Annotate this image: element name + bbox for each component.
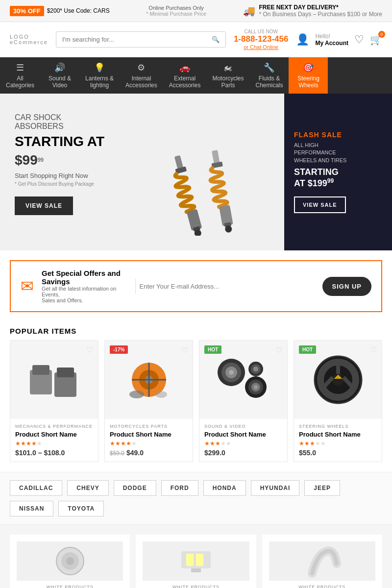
bottom-card[interactable]: WHITE PRODUCTS Product Short N [262,535,382,588]
search-bar[interactable]: 🔍 [56,31,226,48]
product-card[interactable]: ♡ MECHANICS & PERFORMANCE Product Short … [10,340,98,462]
brand-honda[interactable]: HONDA [203,480,246,496]
brands-section: CADILLAC CHEVY DODGE FORD HONDA HYUNDAI … [0,472,392,525]
product-category: MECHANICS & PERFORMANCE [15,424,93,429]
product-name: Product Short Name [299,431,377,438]
brands-grid: CADILLAC CHEVY DODGE FORD HONDA HYUNDAI … [10,480,382,516]
hero-view-sale-button[interactable]: VIEW SALE [15,196,73,215]
hero-right: FLASH SALE ALL HIGHPERFORMANCEWHEELS AND… [284,94,392,250]
nav-lanterns[interactable]: 💡 Lanterns &lighting [79,57,120,94]
car-icon: 🚗 [179,62,190,73]
hero-desc: Start Shopping Right Now [15,172,270,179]
product-name: Product Short Name [204,431,282,438]
flash-label: FLASH SALE [294,131,382,139]
product-category: SOUND & VIDEO [204,424,282,429]
popular-section: POPULAR ITEMS ♡ MECHANICS & PERFORMANCE … [0,322,392,472]
brand-chevy[interactable]: CHEVY [67,480,108,496]
lantern-icon: 💡 [94,62,105,73]
product-category: MOTORCYCLES PARTS [110,424,188,429]
nav-fluids-chemicals[interactable]: 🔧 Fluids &Chemicals [249,57,289,94]
svg-point-40 [66,557,74,565]
brand-dodge[interactable]: DODGE [114,480,156,496]
bottom-category-label: WHITE PRODUCTS [269,585,375,588]
bottom-card[interactable]: WHITE PRODUCTS Product Short N [10,535,130,588]
wishlist-button[interactable]: ♡ [181,345,188,355]
search-icon[interactable]: 🔍 [212,36,220,43]
popular-title: POPULAR ITEMS [0,322,392,340]
truck-icon: 🚚 [243,5,255,17]
hero-note: * Get Plus Discount Buying Package [15,181,270,187]
brand-nissan[interactable]: NISSAN [10,501,53,516]
product-stars: ★★★★★ [204,440,282,447]
settings-icon: ⚙ [137,62,145,73]
product-card[interactable]: HOT ♡ SOUND & VIDEO Product Short Name ★… [199,340,288,462]
product-image [10,341,98,419]
mail-icon: ✉ [21,277,34,295]
flash-price: STARTINGAT $19999 [294,167,382,189]
user-icon[interactable]: 👤 [296,33,309,46]
nav-motorcycles-parts[interactable]: 🏍 MotorcyclesParts [206,57,249,94]
hero-title: STARTING AT [15,134,270,149]
product-card[interactable]: HOT ♡ STEERING WHEELS Product Short Name… [294,340,382,462]
svg-point-20 [155,391,167,398]
wishlist-button[interactable]: ♡ [86,345,93,355]
svg-rect-42 [186,554,194,566]
product-card[interactable]: -17% ♡ MOTORCYCLES PARTS Product Short N… [104,340,193,462]
menu-icon: ☰ [16,62,24,73]
flash-view-sale-button[interactable]: VIEW SALE [294,196,346,213]
brand-cadillac[interactable]: CADILLAC [10,480,62,496]
hero-left: CAR SHOCKABSORBERS STARTING AT $9999 Sta… [0,94,284,250]
newsletter-text: Get Special Offers and Savings Get all t… [42,269,127,303]
nav-external-accessories[interactable]: 🚗 ExternalAccessories [163,57,207,94]
bottom-card[interactable]: WHITE PRODUCTS Product Short N [136,535,256,588]
nav-internal-accessories[interactable]: ⚙ InternalAccessories [120,57,163,94]
product-badge: HOT [299,345,316,354]
wrench-icon: 🔧 [264,62,274,73]
steering-icon: 🎯 [303,62,314,73]
svg-point-19 [129,391,144,398]
promo-text: $200* Use Code: CARS [47,7,110,14]
bottom-product-image [269,541,375,581]
main-nav: ☰ All Categories 🔊 Sound &Video 💡 Lanter… [0,57,392,94]
product-stars: ★★★★★ [110,440,188,447]
cart-count: 0 [378,31,385,38]
svg-rect-11 [32,365,49,375]
hero-section: CAR SHOCKABSORBERS STARTING AT $9999 Sta… [0,94,392,250]
svg-rect-13 [57,368,74,377]
product-name: Product Short Name [110,431,188,438]
brand-toyota[interactable]: TOYOTA [58,501,104,516]
product-name: Product Short Name [15,431,93,438]
brand-jeep[interactable]: JEEP [304,480,340,496]
cart-icon[interactable]: 🛒 0 [370,34,382,46]
product-badge: -17% [110,345,128,354]
bottom-product-image [143,541,249,581]
account-section[interactable]: Hello! My Account [315,33,348,47]
product-price: $299.0 [204,449,282,457]
nav-steering-wheels[interactable]: 🎯 SteeringWheels [289,57,328,94]
bottom-section: WHITE PRODUCTS Product Short N WHITE PRO… [0,525,392,588]
nav-all-categories[interactable]: ☰ All Categories [0,57,40,94]
nav-sound-video[interactable]: 🔊 Sound &Video [40,57,79,94]
wishlist-icon[interactable]: ♡ [354,33,364,46]
wishlist-button[interactable]: ♡ [275,345,282,355]
search-input[interactable] [62,36,208,43]
signup-button[interactable]: SIGN UP [322,277,371,296]
brand-ford[interactable]: FORD [161,480,198,496]
off-badge: 30% OFF [10,6,44,16]
brand-hyundai[interactable]: HYUNDAI [251,480,300,496]
svg-point-31 [253,367,258,371]
product-price: $55.0 [299,449,377,457]
top-banner: 30% OFF $200* Use Code: CARS Online Purc… [0,0,392,22]
product-price: $101.0 – $108.0 [15,449,93,457]
logo[interactable]: LOGO eCommerce [10,34,48,45]
newsletter-title: Get Special Offers and Savings [42,269,127,286]
header-icons: 👤 Hello! My Account ♡ 🛒 0 [296,33,382,47]
online-only: Online Purchases Only * Minimal Purchase… [146,5,206,17]
product-price: $59.0 $49.0 [110,449,188,457]
hero-price: $9999 [15,152,270,168]
product-stars: ★★★★★ [299,440,377,447]
email-input[interactable] [135,279,315,294]
wishlist-button[interactable]: ♡ [370,345,377,355]
svg-rect-43 [196,554,203,566]
bottom-product-image [17,541,123,581]
